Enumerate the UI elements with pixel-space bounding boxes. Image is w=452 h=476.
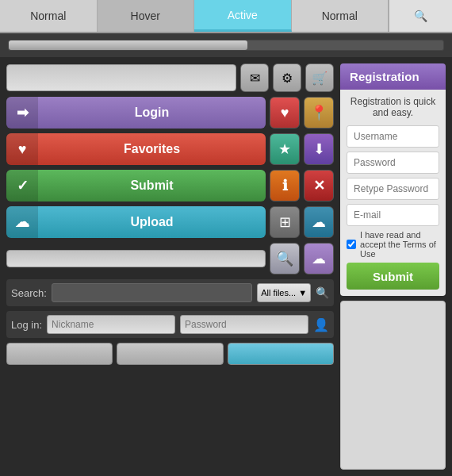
search-icon-btn[interactable]: 🔍 xyxy=(316,286,329,299)
reg-description: Registration is quick and easy. xyxy=(347,96,439,118)
login-button[interactable]: ➡ Login xyxy=(6,97,266,129)
user-icon: 👤 xyxy=(313,317,329,332)
upload-icon: ☁ xyxy=(6,206,38,238)
location-icon: 📍 xyxy=(310,104,328,121)
input-icon-row: ✉ ⚙ 🛒 xyxy=(6,63,334,92)
reg-retype-password[interactable] xyxy=(347,178,439,200)
reg-submit-button[interactable]: Submit xyxy=(347,263,439,290)
terms-row: I have read and accept the Terms of Use xyxy=(347,230,439,259)
mail-icon: ✉ xyxy=(250,71,260,86)
location-icon-btn[interactable]: 📍 xyxy=(304,97,334,129)
reg-username[interactable] xyxy=(347,125,439,148)
submit-btn-row: ✓ Submit ℹ ✕ xyxy=(6,170,334,202)
grid-icon: ⊞ xyxy=(279,213,291,231)
magnify-icon-btn[interactable]: 🔍 xyxy=(270,243,300,274)
heart-icon: ♥ xyxy=(281,105,289,121)
cart-icon: 🛒 xyxy=(312,71,328,86)
mail-icon-btn[interactable]: ✉ xyxy=(240,63,269,92)
reg-password[interactable] xyxy=(347,152,439,174)
settings-icon-btn[interactable]: ⚙ xyxy=(273,63,301,92)
nav-tab-normal2[interactable]: Normal xyxy=(292,0,389,32)
bottom-tabs xyxy=(6,343,334,365)
search-input[interactable] xyxy=(52,283,252,302)
slider-1[interactable] xyxy=(6,250,266,267)
login-label: Log in: xyxy=(11,319,42,331)
reg-body: Registration is quick and easy. I have r… xyxy=(340,90,446,296)
download-icon: ⬇ xyxy=(313,140,325,158)
sliders-row: 🔍 ☁ xyxy=(6,243,334,274)
cloud2-icon: ☁ xyxy=(312,250,326,267)
nav-search-btn[interactable]: 🔍 xyxy=(389,0,452,32)
bottom-tab-3[interactable] xyxy=(228,343,334,365)
search-row: Search: All files... ▼ 🔍 xyxy=(6,279,334,306)
cloud-icon-btn[interactable]: ☁ xyxy=(304,206,334,238)
magnify-icon: 🔍 xyxy=(276,250,293,267)
reg-header: Registration xyxy=(340,63,446,90)
nav-tab-active[interactable]: Active xyxy=(194,0,292,32)
gear-icon: ⚙ xyxy=(282,71,293,86)
login-row: Log in: 👤 xyxy=(6,311,334,338)
download-icon-btn[interactable]: ⬇ xyxy=(304,133,334,165)
star-icon: ★ xyxy=(278,140,291,158)
progress-area xyxy=(0,33,452,57)
bottom-tab-1[interactable] xyxy=(6,343,113,365)
top-nav: Normal Hover Active Normal 🔍 xyxy=(0,0,452,33)
cart-icon-btn[interactable]: 🛒 xyxy=(305,63,334,92)
favorites-btn-row: ♥ Favorites ★ ⬇ xyxy=(6,133,334,165)
info-icon: ℹ xyxy=(282,177,288,194)
submit-button[interactable]: ✓ Submit xyxy=(6,170,266,202)
login-arrow-icon: ➡ xyxy=(6,97,38,129)
cloud2-icon-btn[interactable]: ☁ xyxy=(304,243,334,274)
nickname-input[interactable] xyxy=(47,315,175,334)
info-icon-btn[interactable]: ℹ xyxy=(270,170,300,202)
cloud-icon: ☁ xyxy=(312,213,326,231)
content-area xyxy=(340,301,446,470)
search-icon: 🔍 xyxy=(414,10,427,22)
progress-fill xyxy=(9,40,247,50)
chevron-down-icon: ▼ xyxy=(298,288,307,298)
progress-track xyxy=(8,40,444,51)
terms-checkbox[interactable] xyxy=(347,240,356,249)
favorites-heart-icon: ♥ xyxy=(6,133,38,165)
reg-email[interactable] xyxy=(347,204,439,226)
text-input-field[interactable] xyxy=(6,64,236,91)
bottom-tab-2[interactable] xyxy=(117,343,223,365)
favorites-button[interactable]: ♥ Favorites xyxy=(6,133,266,165)
upload-button[interactable]: ☁ Upload xyxy=(6,206,266,238)
star-icon-btn[interactable]: ★ xyxy=(270,133,300,165)
search-dropdown[interactable]: All files... ▼ xyxy=(257,283,311,302)
close-icon-btn[interactable]: ✕ xyxy=(304,170,334,202)
nav-tab-normal1[interactable]: Normal xyxy=(0,0,98,32)
main-content: ✉ ⚙ 🛒 ➡ Login ♥ 📍 ♥ xyxy=(0,57,452,476)
grid-icon-btn[interactable]: ⊞ xyxy=(270,206,300,238)
left-panel: ✉ ⚙ 🛒 ➡ Login ♥ 📍 ♥ xyxy=(6,63,334,470)
heart-icon-btn[interactable]: ♥ xyxy=(270,97,300,129)
right-panel: Registration Registration is quick and e… xyxy=(340,63,446,470)
search-label: Search: xyxy=(11,287,47,299)
registration-card: Registration Registration is quick and e… xyxy=(340,63,446,296)
check-icon: ✓ xyxy=(6,170,38,202)
password-input[interactable] xyxy=(180,315,308,334)
upload-btn-row: ☁ Upload ⊞ ☁ xyxy=(6,206,334,238)
close-icon: ✕ xyxy=(313,177,325,194)
login-btn-row: ➡ Login ♥ 📍 xyxy=(6,97,334,129)
nav-tab-hover[interactable]: Hover xyxy=(98,0,195,32)
